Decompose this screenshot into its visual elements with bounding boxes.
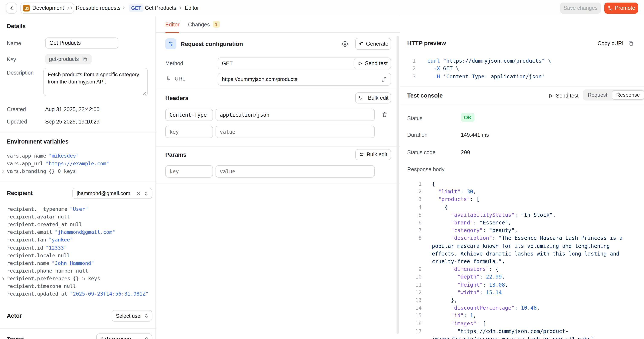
copy-curl-button[interactable]: Copy cURL	[598, 40, 634, 46]
project-switcher[interactable]: Development	[20, 2, 74, 14]
recipient-prop-row: recipient.locale null	[7, 252, 148, 259]
recipient-selected: jhammond@gmail.com	[77, 190, 133, 196]
recipient-prop-row: recipient.avatar null	[7, 213, 148, 220]
chevron-updown-icon	[144, 313, 149, 318]
test-console-title: Test console	[407, 92, 443, 99]
recipient-prop-row: recipient.preferences {} 5 keys	[7, 275, 148, 282]
response-line: 13 },	[407, 296, 632, 304]
actor-title: Actor	[7, 312, 22, 319]
generate-button[interactable]: Generate	[355, 38, 391, 50]
status-label: Status	[407, 116, 422, 122]
key-label: Key	[7, 57, 16, 62]
recipient-prop-row: recipient.created_at null	[7, 220, 148, 228]
recipient-title: Recipient	[7, 190, 33, 196]
response-line: 8 "description": "The Essence Mascara La…	[407, 234, 632, 266]
created-value: Aug 31 2025, 22:42:00	[45, 106, 100, 112]
details-sidebar: Details Name Key get-products Descriptio…	[0, 16, 156, 339]
clear-icon[interactable]	[136, 191, 141, 196]
promote-branch-icon	[607, 5, 613, 11]
response-line: 12 "width": 15.14	[407, 289, 632, 296]
request-response-toggle: Request Response	[583, 90, 644, 100]
env-var-row: vars.app_name "mikesdev"	[7, 152, 109, 160]
scrollbar[interactable]	[396, 36, 399, 334]
expand-icon[interactable]	[381, 76, 387, 82]
env-vars-title: Environment variables	[7, 138, 68, 145]
breadcrumb-reusable-requests[interactable]: Reusable requests	[76, 5, 120, 11]
chevron-updown-icon[interactable]	[144, 190, 149, 196]
breadcrumb-separator-icon	[122, 6, 126, 10]
recipient-prop-row: recipient.id "12333"	[7, 244, 148, 252]
key-pill: get-products	[45, 54, 92, 64]
description-label: Description	[7, 70, 34, 76]
env-vars-list: vars.app_name "mikesdev" vars.app_url "h…	[7, 152, 109, 175]
send-test-button[interactable]: Send test	[354, 58, 391, 70]
http-preview-title: HTTP preview	[407, 40, 446, 46]
headers-bulk-edit-button[interactable]: Bulk edit	[355, 92, 391, 104]
duration-value: 149.441 ms	[461, 132, 489, 138]
params-title: Params	[165, 152, 186, 158]
actor-placeholder: Select user	[116, 313, 141, 319]
env-var-row: vars.branding {} 0 keys	[7, 167, 109, 175]
recipient-props-list: recipient.__typename "User" recipient.av…	[7, 205, 148, 298]
preview-panel: HTTP preview Copy cURL 1 curl "https://d…	[400, 16, 644, 339]
header-value-field[interactable]	[216, 108, 375, 121]
header-key-field-empty[interactable]	[165, 126, 213, 138]
copy-icon	[628, 40, 634, 46]
tab-editor[interactable]: Editor	[165, 16, 180, 32]
recipient-prop-row: recipient.phone_number null	[7, 267, 148, 275]
response-line: 11 "height": 13.08,	[407, 281, 632, 288]
changes-count-badge: 1	[213, 21, 220, 28]
breadcrumb-page: Editor	[185, 5, 199, 11]
header-key-field[interactable]	[165, 108, 213, 121]
folder-icon	[23, 5, 30, 12]
method-label: Method	[165, 60, 183, 66]
description-field[interactable]: Fetch products from a specific category …	[44, 68, 148, 96]
gear-icon[interactable]	[342, 40, 348, 47]
request-tab[interactable]: Request	[584, 90, 612, 100]
response-line: 14 "discountPercentage": 10.48,	[407, 304, 632, 312]
project-name: Development	[32, 5, 64, 11]
url-field[interactable]: https://dummyjson.com/products	[218, 73, 391, 86]
recipient-combobox[interactable]: jhammond@gmail.com	[72, 188, 152, 199]
save-changes-button[interactable]: Save changes	[560, 2, 601, 14]
params-bulk-edit-button[interactable]: Bulk edit	[355, 149, 391, 160]
curl-line: 1 curl "https://dummyjson.com/products" …	[407, 57, 637, 65]
resize-handle-icon[interactable]	[142, 91, 146, 96]
chevron-left-icon	[9, 6, 14, 11]
breadcrumb-separator-icon	[70, 6, 73, 10]
request-config-title: Request configuration	[180, 41, 243, 47]
response-line: 1 {	[407, 180, 632, 188]
target-title: Target	[7, 336, 24, 339]
recipient-prop-row: recipient.name "John Hammond"	[7, 259, 148, 267]
response-line: 10 "depth": 22.99,	[407, 273, 632, 281]
target-select[interactable]: Select tenant	[96, 334, 152, 339]
header-value-field-empty[interactable]	[216, 126, 375, 138]
trash-icon[interactable]	[382, 112, 388, 118]
expand-caret-icon[interactable]	[2, 170, 5, 173]
response-line: 17 "https://cdn.dummyjson.com/product-im…	[407, 328, 632, 339]
param-key-field[interactable]	[165, 165, 213, 178]
recipient-prop-row: recipient.email "jhammond@gmail.com"	[7, 228, 148, 236]
updated-label: Updated	[7, 119, 27, 125]
tab-changes[interactable]: Changes 1	[188, 16, 220, 32]
sparkles-icon	[358, 41, 363, 47]
copy-icon[interactable]	[82, 56, 88, 62]
breadcrumb-separator-icon	[178, 6, 182, 10]
duration-label: Duration	[407, 132, 428, 138]
recipient-prop-row: recipient.fan "yankee"	[7, 236, 148, 244]
play-icon	[357, 61, 362, 66]
target-placeholder: Select tenant	[100, 336, 141, 339]
promote-button[interactable]: Promote	[604, 2, 638, 14]
name-field[interactable]	[45, 38, 118, 48]
recipient-prop-row: recipient.__typename "User"	[7, 205, 148, 213]
breadcrumb-request-name[interactable]: Get Products	[145, 5, 176, 11]
curl-line: 2 -X GET \	[407, 65, 637, 73]
response-tab[interactable]: Response	[612, 90, 644, 100]
back-button[interactable]	[6, 2, 17, 14]
url-label: URL	[175, 76, 185, 82]
curl-line: 3 -H 'Content-Type: application/json'	[407, 72, 637, 80]
actor-select[interactable]: Select user	[112, 310, 152, 322]
param-value-field[interactable]	[216, 165, 375, 178]
console-send-test-button[interactable]: Send test	[548, 93, 578, 99]
expand-caret-icon[interactable]	[2, 277, 5, 281]
